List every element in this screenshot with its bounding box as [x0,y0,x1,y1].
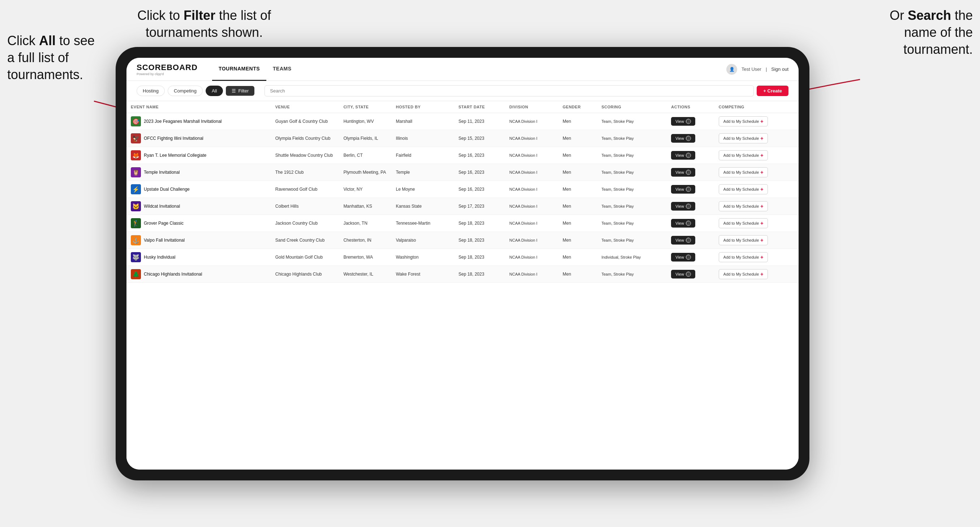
cell-venue-2: Shuttle Meadow Country Club [271,147,339,164]
annotation-search: Or Search thename of thetournament. [890,7,973,58]
cell-venue-1: Olympia Fields Country Club [271,130,339,147]
table-container: EVENT NAME VENUE CITY, STATE HOSTED BY S… [126,101,799,470]
table-row: ⚡ Upstate Dual Challenge Ravenwood Golf … [126,181,799,198]
team-logo-0: 🎯 [131,116,141,126]
view-button-8[interactable]: View ⓘ [671,253,695,262]
event-name-9: Chicago Highlands Invitational [144,271,202,277]
nav-tab-tournaments[interactable]: TOURNAMENTS [212,58,266,81]
cell-hosted-0: Marshall [391,113,454,130]
team-logo-6: 🏌️ [131,218,141,228]
cell-city-9: Westchester, IL [339,266,391,283]
tablet-frame: SCOREBOARD Powered by clipp'd TOURNAMENT… [116,47,810,480]
cell-division-9: NCAA Division I [505,266,558,283]
cell-competing-7: Add to My Schedule + [714,232,799,249]
cell-venue-9: Chicago Highlands Club [271,266,339,283]
col-city: CITY, STATE [339,101,391,113]
cell-hosted-3: Temple [391,164,454,181]
cell-event-9: 🌲 Chicago Highlands Invitational [126,266,271,283]
cell-venue-5: Colbert Hills [271,198,339,215]
view-button-2[interactable]: View ⓘ [671,151,695,160]
cell-city-1: Olympia Fields, IL [339,130,391,147]
cell-division-0: NCAA Division I [505,113,558,130]
add-schedule-button-0[interactable]: Add to My Schedule + [719,116,768,126]
cell-hosted-6: Tennessee-Martin [391,215,454,232]
tab-all[interactable]: All [205,86,223,96]
search-input[interactable] [264,85,754,97]
view-button-0[interactable]: View ⓘ [671,117,695,126]
cell-actions-0: View ⓘ [667,113,714,130]
nav-tabs: TOURNAMENTS TEAMS [212,58,726,81]
cell-gender-7: Men [558,232,597,249]
add-schedule-button-2[interactable]: Add to My Schedule + [719,150,768,160]
add-schedule-button-8[interactable]: Add to My Schedule + [719,252,768,262]
tournaments-table: EVENT NAME VENUE CITY, STATE HOSTED BY S… [126,101,799,283]
cell-actions-9: View ⓘ [667,266,714,283]
table-row: 🐱 Wildcat Invitational Colbert Hills Man… [126,198,799,215]
add-schedule-button-5[interactable]: Add to My Schedule + [719,201,768,211]
plus-icon-4: + [760,186,763,192]
add-schedule-button-6[interactable]: Add to My Schedule + [719,218,768,228]
cell-gender-9: Men [558,266,597,283]
info-icon-7: ⓘ [686,238,691,243]
cell-actions-4: View ⓘ [667,181,714,198]
add-schedule-button-3[interactable]: Add to My Schedule + [719,167,768,177]
event-name-0: 2023 Joe Feaganes Marshall Invitational [144,119,221,124]
view-button-6[interactable]: View ⓘ [671,219,695,227]
filter-button[interactable]: ☰ Filter [226,86,255,96]
logo-text: SCOREBOARD [137,63,198,72]
info-icon-8: ⓘ [686,255,691,260]
cell-event-5: 🐱 Wildcat Invitational [126,198,271,215]
view-button-3[interactable]: View ⓘ [671,168,695,177]
cell-division-6: NCAA Division I [505,215,558,232]
cell-city-3: Plymouth Meeting, PA [339,164,391,181]
team-logo-3: 🦉 [131,167,141,177]
tab-competing[interactable]: Competing [168,86,203,96]
cell-actions-7: View ⓘ [667,232,714,249]
cell-gender-4: Men [558,181,597,198]
view-button-1[interactable]: View ⓘ [671,134,695,143]
cell-gender-3: Men [558,164,597,181]
cell-gender-1: Men [558,130,597,147]
cell-actions-8: View ⓘ [667,249,714,266]
info-icon-5: ⓘ [686,204,691,209]
event-name-6: Grover Page Classic [144,221,184,226]
table-body: 🎯 2023 Joe Feaganes Marshall Invitationa… [126,113,799,283]
cell-actions-3: View ⓘ [667,164,714,181]
team-logo-1: 🦅 [131,133,141,143]
tab-hosting[interactable]: Hosting [137,86,165,96]
cell-event-0: 🎯 2023 Joe Feaganes Marshall Invitationa… [126,113,271,130]
table-row: 🏌️ Grover Page Classic Jackson Country C… [126,215,799,232]
table-row: 🦅 OFCC Fighting Illini Invitational Olym… [126,130,799,147]
cell-event-2: 🦊 Ryan T. Lee Memorial Collegiate [126,147,271,164]
plus-icon-1: + [760,135,763,141]
view-button-7[interactable]: View ⓘ [671,236,695,244]
create-button[interactable]: + Create [757,86,789,96]
info-icon-4: ⓘ [686,187,691,192]
cell-division-1: NCAA Division I [505,130,558,147]
cell-date-9: Sep 18, 2023 [454,266,505,283]
table-row: ⚓ Valpo Fall Invitational Sand Creek Cou… [126,232,799,249]
cell-date-1: Sep 15, 2023 [454,130,505,147]
sign-out-link[interactable]: Sign out [771,67,789,72]
view-button-5[interactable]: View ⓘ [671,202,695,211]
cell-date-5: Sep 17, 2023 [454,198,505,215]
cell-venue-8: Gold Mountain Golf Club [271,249,339,266]
cell-venue-6: Jackson Country Club [271,215,339,232]
cell-hosted-1: Illinois [391,130,454,147]
plus-icon-3: + [760,170,763,175]
cell-scoring-8: Individual, Stroke Play [597,249,667,266]
view-button-4[interactable]: View ⓘ [671,185,695,194]
add-schedule-button-4[interactable]: Add to My Schedule + [719,184,768,194]
cell-scoring-2: Team, Stroke Play [597,147,667,164]
table-header-row: EVENT NAME VENUE CITY, STATE HOSTED BY S… [126,101,799,113]
cell-city-6: Jackson, TN [339,215,391,232]
col-actions: ACTIONS [667,101,714,113]
add-schedule-button-1[interactable]: Add to My Schedule + [719,133,768,143]
view-button-9[interactable]: View ⓘ [671,270,695,278]
team-logo-7: ⚓ [131,235,141,245]
cell-competing-5: Add to My Schedule + [714,198,799,215]
add-schedule-button-7[interactable]: Add to My Schedule + [719,235,768,245]
filter-bar: Hosting Competing All ☰ Filter + Create [126,81,799,101]
nav-tab-teams[interactable]: TEAMS [266,58,298,81]
add-schedule-button-9[interactable]: Add to My Schedule + [719,269,768,279]
